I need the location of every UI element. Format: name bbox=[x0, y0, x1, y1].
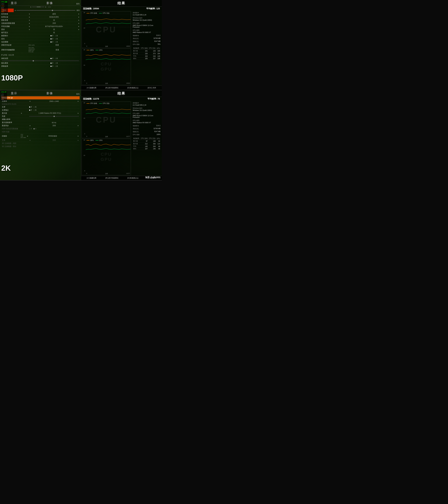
th-cpu-game-top: CPU 游戏 bbox=[140, 47, 148, 50]
run-test-btn-bottom[interactable]: [R] 进行性能测试 bbox=[106, 177, 118, 179]
info-col-bottom: 游戏版本 v1.0 build 505.0_64 Windows 版本 Wind… bbox=[131, 101, 162, 176]
chart1-xaxis-bottom: 0 边框 12277 bbox=[86, 135, 131, 138]
setting-vol-light: 体积光照 bbox=[1, 57, 28, 60]
charts-col-bottom: CPU 游戏 CPU 渲染 CPU 20 10 0 bbox=[81, 101, 131, 176]
cpu-section-bottom: CPU 模型 AMD Ryzen 9 5900X 12-Core Process… bbox=[133, 112, 161, 119]
chart1-svg-top bbox=[86, 14, 131, 27]
setting-highlight: 高光 bbox=[1, 38, 28, 40]
settings-list-bottom: DIRECTX 12 分辨率 ◄ 2560 x 1440 ► NVIDIA RT… bbox=[0, 96, 81, 179]
chart2-bottom: GPU CPU CPUGPU 20 10 0 bbox=[82, 139, 131, 175]
setting-brightness: 亮度 bbox=[1, 115, 80, 118]
gpu-limit-row-top: GPU 受限 78% bbox=[133, 43, 161, 46]
chart1-yaxis-top: 20 10 0 bbox=[82, 12, 86, 45]
left-panel-bottom: 显示 影像 最高 DIRECTX 12 分辨率 ◄ 2560 x 1440 ► bbox=[0, 90, 81, 180]
setting-lod: 细节层次 bbox=[1, 31, 28, 34]
setting-tessellation: 曲面细分 bbox=[1, 35, 28, 37]
frames-val-bottom: 12278 bbox=[93, 98, 99, 100]
zhihu-watermark: 知乎 @glb1031 bbox=[145, 176, 161, 179]
fps-overlay-top: FPS 168 CPU 70°C 显卡 64°C 99% bbox=[1, 1, 8, 13]
setting-fullscreen: 全屏 开 关 bbox=[1, 106, 80, 108]
chart2-svg-top bbox=[86, 52, 131, 64]
close-btn-top[interactable]: [ESC] 关闭 bbox=[148, 87, 156, 89]
restore-btn-bottom[interactable]: [O] 恢复默认认 bbox=[127, 177, 139, 179]
table-row-95-bottom: 95%10714668 bbox=[133, 148, 161, 150]
avg-val-top: 125 bbox=[156, 7, 160, 10]
setting-pure-hair: PURE HAIR bbox=[1, 54, 28, 56]
cpu-temp-val-top: 70°C bbox=[1, 5, 4, 7]
restore-btn-top[interactable]: [O] 恢复默认认 bbox=[127, 87, 139, 89]
setting-lens-flare: 镜头晕斑 bbox=[1, 62, 28, 64]
th-cpu-game-bottom: CPU 游戏 bbox=[140, 137, 148, 140]
setting-hdr-brightness: HDR 亮度 bbox=[1, 130, 80, 133]
chart2-yaxis-top: 20 10 0 bbox=[82, 49, 86, 82]
stats-table-top: 每秒帧率 CPU 游戏 CPU 渲染 GPU 最小值101143100 bbox=[133, 47, 161, 60]
th-cpu-render-top: CPU 渲染 bbox=[148, 47, 156, 50]
info-col-top: 游戏版本 v1.0 build 505.0_64 Windows 版本 Wind… bbox=[131, 11, 162, 86]
frames-stat-bottom: 渲染帧数: 12278 bbox=[83, 98, 99, 100]
gpu-section-top: GPU 模型 AMD Radeon RX 6600 XT bbox=[133, 29, 161, 34]
th-gpu-top: GPU bbox=[156, 47, 161, 50]
chart2-xaxis-bottom: 0 边框 12277 bbox=[86, 172, 131, 175]
setting-screen-effect: 屏幕效果 bbox=[1, 65, 28, 67]
chart1-yaxis-bottom: 20 10 0 bbox=[82, 102, 86, 135]
chart1-legend-bottom: CPU 游戏 CPU 渲染 bbox=[87, 102, 109, 105]
game-version-section-bottom: 游戏版本 v1.0 build 505.0_64 bbox=[133, 102, 161, 107]
th-cpu-render-bottom: CPU 渲染 bbox=[148, 137, 156, 140]
chart2-legend-bottom: GPU CPU bbox=[87, 140, 103, 141]
table-row-min-top: 最小值101143100 bbox=[133, 50, 161, 52]
vid-mem-row-bottom: 视频记忆 8147 MB bbox=[133, 131, 161, 133]
setting-dof: 景深 bbox=[1, 28, 28, 31]
setting-ssr: 屏幕空间反射 bbox=[1, 44, 28, 46]
gpu-limit-row-bottom: GPU 受限 100% bbox=[133, 134, 161, 136]
chart1-legend-top: CPU 游戏 CPU 渲染 bbox=[87, 12, 109, 14]
hide-results-btn-bottom[interactable]: [↵] 隐藏结果 bbox=[87, 177, 96, 179]
stats-row-bottom: 渲染帧数: 12278 平均帧率: 78 bbox=[81, 97, 162, 101]
run-test-btn-top[interactable]: [R] 进行性能测试 bbox=[106, 87, 118, 89]
image-title-top: 影像 bbox=[28, 1, 72, 5]
bottom-half: FPS 77 CPU显卡64°C99% 显示 影像 最高 DIRECTX 12 … bbox=[0, 90, 162, 180]
preset-row-top: 预设 ◄ 最高 bbox=[1, 9, 80, 12]
resolution-label-top: 1080P bbox=[1, 73, 23, 82]
usage-val-top: 99% bbox=[1, 11, 4, 13]
avg-stat-top: 平均帧率: 125 bbox=[146, 7, 160, 10]
charts-col-top: CPU 游戏 CPU 渲染 CPU 20 10 0 bbox=[81, 11, 131, 86]
resolution-label-bottom: 2K bbox=[1, 164, 11, 172]
setting-exclusive-fullscreen: 全屏独占 开 关 bbox=[1, 108, 80, 112]
gpu-temp-val-top: 64°C bbox=[1, 9, 4, 11]
table-row-max-bottom: 最大值212356119 bbox=[133, 143, 161, 145]
chart1-svg-bottom bbox=[86, 105, 131, 117]
results-body-bottom: CPU 游戏 CPU 渲染 CPU 20 10 0 bbox=[81, 101, 162, 176]
hide-results-btn-top[interactable]: [↵] 隐藏结果 bbox=[87, 87, 96, 89]
table-row-avg-bottom: 平均14520480 bbox=[133, 145, 161, 148]
chart1-top: CPU 游戏 CPU 渲染 CPU 20 10 0 bbox=[82, 11, 131, 48]
setting-motion-blur: 动态模糊 bbox=[1, 41, 28, 43]
th-label-top: 每秒帧率 bbox=[133, 47, 140, 50]
table-row-min-bottom: 最小值9713864 bbox=[133, 140, 161, 143]
toolbar-top: [↵] 隐藏结果 [R] 进行性能测试 [O] 恢复默认认 [ESC] 关闭 bbox=[81, 86, 162, 90]
driver-row-top: 视频驱动 21.8.1 bbox=[133, 35, 161, 37]
setting-refresh-rate: 显示器刷新率 60 Hz bbox=[1, 121, 80, 124]
vid-mem-row-top: 视频记忆 8147 MB bbox=[133, 40, 161, 43]
setting-vsync: 垂直同步 ◄ 关闭 ► bbox=[1, 124, 80, 127]
windows-section-bottom: Windows 版本 Windows 10.0 (build 18363) bbox=[133, 107, 161, 112]
chart1-xaxis-top: 0 边框 19593 bbox=[86, 45, 131, 48]
fps-value-top: 168 bbox=[5, 1, 7, 3]
chart1-bottom: CPU 游戏 CPU 渲染 CPU 20 10 0 bbox=[82, 102, 131, 138]
fps-val-bottom: 77 bbox=[5, 91, 6, 93]
windows-section-top: Windows 版本 Windows 10.0 (build 18363) bbox=[133, 17, 161, 22]
setting-hdr: HDR 高动态范围成像 开 关 bbox=[1, 127, 80, 130]
toolbar-bottom: [↵] 隐藏结果 [R] 进行性能测试 [O] 恢复默认认 知乎 @glb103… bbox=[81, 176, 162, 180]
zhihu-area: 知乎 @glb1031 [ESC] 关闭 bbox=[148, 177, 156, 179]
results-body-top: CPU 游戏 CPU 渲染 CPU 20 10 0 bbox=[81, 11, 162, 86]
fps-label-bottom: FPS bbox=[1, 91, 4, 93]
table-row-max-top: 最大值226373204 bbox=[133, 52, 161, 55]
game-version-section-top: 游戏版本 v1.0 build 505.0_64 bbox=[133, 12, 161, 16]
setting-rt-shadow: 光线追踪阴影质量 bbox=[1, 22, 28, 24]
max-label-bottom: 最高 bbox=[72, 93, 81, 95]
gpu-section-bottom: GPU 模型 AMD Radeon RX 6600 XT bbox=[133, 120, 161, 124]
avg-stat-bottom: 平均帧率: 78 bbox=[147, 98, 160, 100]
chart2-yaxis-bottom: 20 10 0 bbox=[82, 139, 86, 172]
setting-stereo: 立体 ◄ 关闭 ► bbox=[1, 139, 80, 142]
results-title-top: 结果 bbox=[81, 0, 162, 7]
setting-dlss: NVIDIA RTX DLSS bbox=[1, 103, 80, 106]
